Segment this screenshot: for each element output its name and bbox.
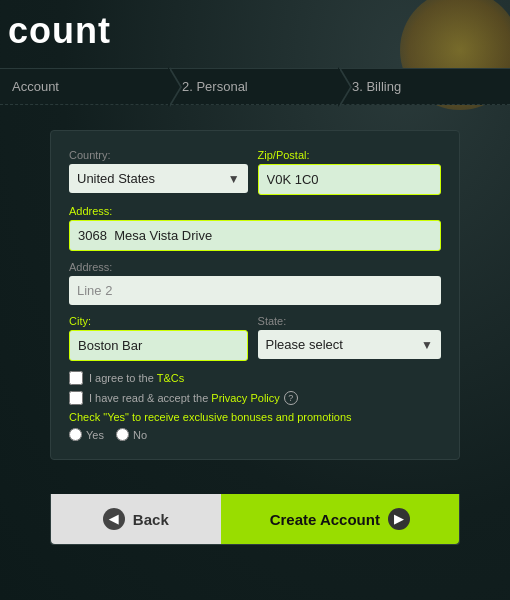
group-address1: Address: [69,205,441,251]
address1-input[interactable] [69,220,441,251]
city-input[interactable] [69,330,248,361]
radio-yes-label: Yes [86,429,104,441]
radio-yes[interactable] [69,428,82,441]
row-address1: Address: [69,205,441,251]
country-label: Country: [69,149,248,161]
radio-yes-option[interactable]: Yes [69,428,104,441]
zip-input[interactable] [258,164,441,195]
group-zip: Zip/Postal: [258,149,441,195]
group-address2: Address: [69,261,441,305]
step-personal[interactable]: 2. Personal [170,69,340,104]
group-city: City: [69,315,248,361]
back-label: Back [133,511,169,528]
address2-label: Address: [69,261,441,273]
country-select-wrapper[interactable]: United States ▼ [69,164,248,193]
bonus-label: Check "Yes" to receive exclusive bonuses… [69,411,441,423]
privacy-link[interactable]: Privacy Policy [211,392,279,404]
form-card: Country: United States ▼ Zip/Postal: Add… [50,130,460,460]
back-button[interactable]: ◀ Back [51,494,221,544]
privacy-checkbox[interactable] [69,391,83,405]
country-select[interactable]: United States [69,164,248,193]
state-select-wrapper[interactable]: Please select ▼ [258,330,441,359]
address1-label: Address: [69,205,441,217]
radio-no[interactable] [116,428,129,441]
step-account[interactable]: Account [0,69,170,104]
create-label: Create Account [270,511,380,528]
create-account-button[interactable]: Create Account ▶ [221,494,459,544]
steps-bar: Account 2. Personal 3. Billing [0,68,510,105]
radio-no-label: No [133,429,147,441]
tac-checkbox-row: I agree to the T&Cs [69,371,441,385]
bonus-section: Check "Yes" to receive exclusive bonuses… [69,411,441,441]
radio-no-option[interactable]: No [116,428,147,441]
tac-label: I agree to the T&Cs [89,372,184,384]
tac-checkbox[interactable] [69,371,83,385]
create-icon: ▶ [388,508,410,530]
step-personal-label: 2. Personal [182,79,248,94]
group-country: Country: United States ▼ [69,149,248,195]
step-account-label: Account [12,79,59,94]
page-title: count [0,10,111,52]
step-billing[interactable]: 3. Billing [340,69,510,104]
zip-label: Zip/Postal: [258,149,441,161]
privacy-checkbox-row: I have read & accept the Privacy Policy … [69,391,441,405]
step-billing-label: 3. Billing [352,79,401,94]
privacy-help-icon[interactable]: ? [284,391,298,405]
group-state: State: Please select ▼ [258,315,441,361]
row-address2: Address: [69,261,441,305]
radio-row: Yes No [69,428,441,441]
privacy-label: I have read & accept the Privacy Policy [89,392,280,404]
city-label: City: [69,315,248,327]
address2-input[interactable] [69,276,441,305]
row-city-state: City: State: Please select ▼ [69,315,441,361]
state-label: State: [258,315,441,327]
state-select[interactable]: Please select [258,330,441,359]
button-row: ◀ Back Create Account ▶ [50,494,460,545]
tac-link[interactable]: T&Cs [157,372,185,384]
row-country-zip: Country: United States ▼ Zip/Postal: [69,149,441,195]
back-icon: ◀ [103,508,125,530]
